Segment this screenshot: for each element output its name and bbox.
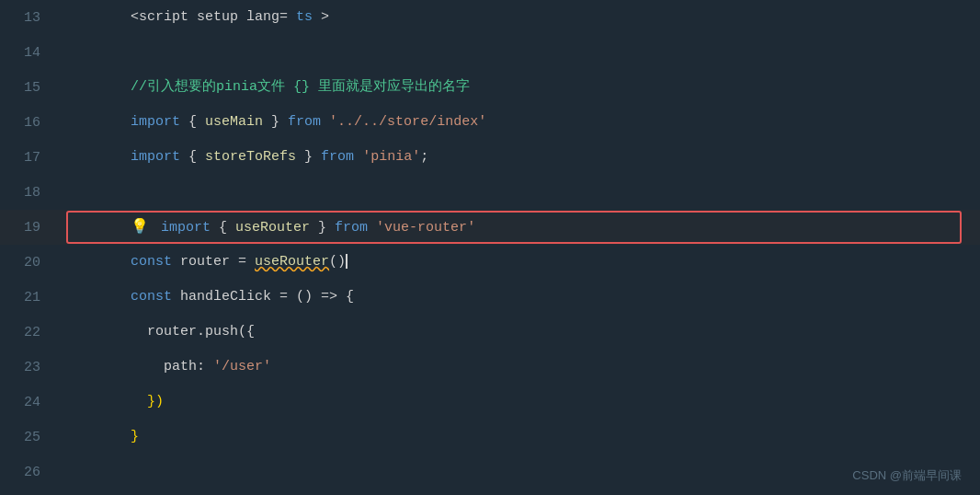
line-number-20: 20 (0, 255, 55, 271)
token: } (310, 220, 335, 236)
code-line-19: 19 💡 import { useRouter } from 'vue-rout… (0, 210, 980, 245)
line-number-19: 19 (0, 220, 55, 236)
token: from (321, 149, 354, 165)
line-number-17: 17 (0, 150, 55, 166)
line-number-16: 16 (0, 115, 55, 131)
token: useRouter (235, 220, 310, 236)
token: 'pinia' (362, 149, 420, 165)
token: { (211, 220, 235, 236)
line-number-23: 23 (0, 360, 55, 375)
line-number-24: 24 (0, 395, 55, 410)
code-line-13: 13 <script setup lang= ts > (0, 0, 980, 35)
line-number-25: 25 (0, 430, 55, 445)
watermark: CSDN @前端早间课 (852, 467, 962, 484)
token: <script setup lang= (131, 9, 296, 25)
token: storeToRefs (205, 149, 296, 165)
token: } (131, 429, 139, 444)
token: from (335, 220, 368, 236)
code-line-17: 17 import { storeToRefs } from 'pinia'; (0, 140, 980, 175)
line-number-14: 14 (0, 45, 55, 61)
token: { (180, 149, 205, 165)
line-number-21: 21 (0, 290, 55, 305)
line-number-13: 13 (0, 10, 55, 26)
token: ; (420, 149, 428, 165)
token: > (313, 9, 329, 25)
token (368, 220, 376, 236)
line-number-22: 22 (0, 325, 55, 340)
token: } (296, 149, 321, 165)
code-line-25: 25 } (0, 420, 980, 455)
token: import (131, 149, 180, 165)
line-number-15: 15 (0, 80, 55, 96)
line-content-19: 💡 import { useRouter } from 'vue-router' (55, 175, 980, 281)
code-area: 13 <script setup lang= ts > 14 15 //引入想要… (0, 0, 980, 495)
code-line-27: 27 const main = useMain() (0, 489, 980, 495)
bulb-icon: 💡 (131, 219, 149, 236)
token (354, 149, 362, 165)
token: 'vue-router' (376, 220, 475, 236)
token: ts (296, 9, 313, 25)
line-content-27: const main = useMain() (55, 455, 980, 495)
line-number-18: 18 (0, 185, 55, 201)
line-number-26: 26 (0, 465, 55, 480)
token: import (153, 220, 211, 236)
code-editor: 13 <script setup lang= ts > 14 15 //引入想要… (0, 0, 980, 495)
